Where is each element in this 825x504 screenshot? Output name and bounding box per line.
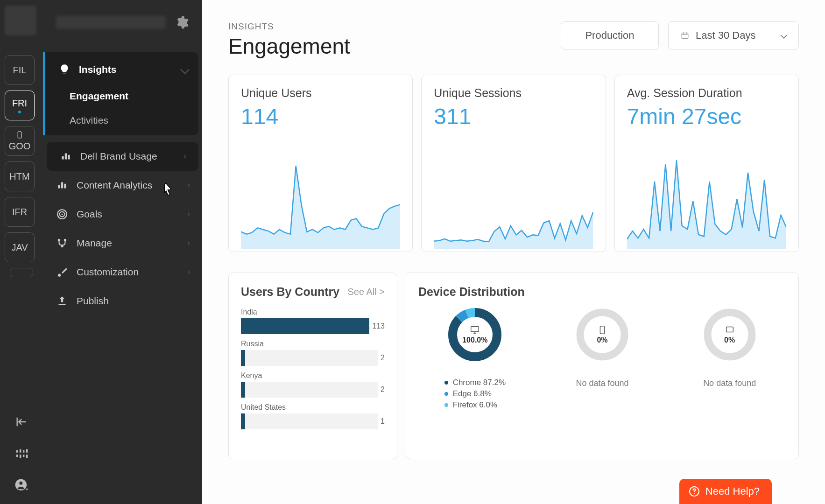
country-row: Russia 2 <box>241 340 385 366</box>
nav: Insights Engagement Activities Dell Bran… <box>43 45 202 320</box>
svg-rect-16 <box>600 326 604 334</box>
rail-tab-goo[interactable]: GOO <box>5 126 35 156</box>
donut-mobile: 0% No data found <box>546 308 659 412</box>
country-name: Kenya <box>241 371 385 380</box>
legend-item: Chrome 87.2% <box>444 378 506 387</box>
svg-point-2 <box>19 481 23 485</box>
nav-item-manage[interactable]: Manage <box>43 229 202 258</box>
metric-cards-row: Unique Users 114 Unique Sessions 311 Avg… <box>228 75 799 252</box>
legend-item: Edge 6.8% <box>444 389 506 399</box>
no-data-text: No data found <box>703 378 756 389</box>
country-row: Kenya 2 <box>241 371 385 398</box>
rail-extra-placeholder <box>10 268 33 277</box>
nav-item-dell-brand-usage[interactable]: Dell Brand Usage <box>47 142 198 171</box>
user-account-icon[interactable] <box>12 476 31 495</box>
svg-point-5 <box>61 213 63 215</box>
country-bar: 113 <box>241 318 385 334</box>
collapse-icon[interactable] <box>12 413 31 431</box>
bar-chart-icon <box>56 179 68 191</box>
panel-device-distribution: Device Distribution 100.0% Chrome 87.2%E… <box>406 273 799 459</box>
sidebar: Insights Engagement Activities Dell Bran… <box>43 0 202 504</box>
svg-rect-0 <box>18 132 21 138</box>
bulb-icon <box>58 63 71 76</box>
chevron-right-icon <box>185 211 192 217</box>
see-all-link[interactable]: See All > <box>347 287 385 297</box>
card-value: 7min 27sec <box>627 104 786 129</box>
card-title: Unique Users <box>241 86 400 100</box>
country-bar: 2 <box>241 382 385 398</box>
brush-icon <box>56 266 68 278</box>
country-value: 113 <box>372 322 385 330</box>
nav-item-content-analytics[interactable]: Content Analytics <box>43 171 202 200</box>
nav-label: Insights <box>79 64 117 75</box>
no-data-text: No data found <box>576 378 628 389</box>
question-circle-icon <box>689 486 700 497</box>
settings-gear-icon[interactable] <box>174 15 189 30</box>
rail-tab-jav[interactable]: JAV <box>5 232 35 262</box>
svg-rect-9 <box>682 33 688 39</box>
calendar-icon <box>681 31 689 40</box>
nav-label: Manage <box>77 238 112 249</box>
country-name: India <box>241 308 385 316</box>
environment-selector[interactable]: Production <box>561 21 659 49</box>
svg-rect-14 <box>471 327 479 332</box>
nav-label: Content Analytics <box>77 180 152 191</box>
sparkline-unique-users <box>241 144 400 252</box>
breadcrumb: INSIGHTS <box>228 21 350 32</box>
workspace-name-placeholder <box>56 16 166 29</box>
rail-tab-fri[interactable]: FRI <box>5 91 35 120</box>
nav-item-customization[interactable]: Customization <box>43 258 202 287</box>
chevron-right-icon <box>185 240 192 246</box>
country-name: United States <box>241 403 385 412</box>
country-row: United States 1 <box>241 403 385 429</box>
country-bar: 2 <box>241 350 385 366</box>
svg-point-7 <box>64 239 66 241</box>
country-value: 2 <box>381 385 385 394</box>
sparkline-unique-sessions <box>434 144 593 252</box>
card-value: 311 <box>434 104 593 129</box>
branch-icon <box>56 237 68 249</box>
page-title: Engagement <box>228 34 350 59</box>
chevron-right-icon <box>185 269 192 275</box>
nav-item-goals[interactable]: Goals <box>43 200 202 229</box>
need-help-button[interactable]: Need Help? <box>679 479 772 504</box>
rail-tab-fil[interactable]: FIL <box>5 55 35 85</box>
lower-panels-row: Users By Country See All > India 113Russ… <box>228 273 799 459</box>
bar-chart-icon <box>60 150 72 162</box>
sparkline-avg-duration <box>627 144 786 252</box>
upload-icon <box>56 295 68 307</box>
mini-rail: FIL FRI GOO HTM IFR JAV <box>0 0 43 504</box>
country-value: 1 <box>381 417 385 426</box>
rail-tab-htm[interactable]: HTM <box>5 161 35 191</box>
card-value: 114 <box>241 104 400 129</box>
panel-title: Users By Country <box>241 285 339 299</box>
chevron-right-icon <box>182 153 188 160</box>
nav-item-insights[interactable]: Insights <box>45 55 198 84</box>
target-icon <box>56 208 68 220</box>
browser-legend: Chrome 87.2%Edge 6.8%Firefox 6.0% <box>444 378 506 412</box>
nav-sub-engagement[interactable]: Engagement <box>45 84 198 108</box>
country-bars: India 113Russia 2Kenya 2United States 1 <box>241 308 385 429</box>
legend-item: Firefox 6.0% <box>444 400 506 410</box>
sidebar-header <box>43 0 202 45</box>
main-content: INSIGHTS Engagement Production Last 30 D… <box>202 0 825 504</box>
nav-group-insights: Insights Engagement Activities <box>43 52 198 135</box>
rail-tab-ifr[interactable]: IFR <box>5 197 35 227</box>
date-range-selector[interactable]: Last 30 Days <box>668 21 799 49</box>
nav-sub-activities[interactable]: Activities <box>45 108 198 133</box>
country-value: 2 <box>381 354 385 362</box>
card-title: Unique Sessions <box>434 86 593 100</box>
page-header: INSIGHTS Engagement Production Last 30 D… <box>228 21 799 59</box>
nav-label: Customization <box>77 266 139 278</box>
nav-item-publish[interactable]: Publish <box>43 287 202 315</box>
card-unique-users: Unique Users 114 <box>228 75 413 252</box>
chevron-down-icon <box>180 65 190 74</box>
tablet-icon <box>725 325 735 335</box>
panel-users-by-country: Users By Country See All > India 113Russ… <box>228 273 397 459</box>
country-row: India 113 <box>241 308 385 334</box>
country-bar: 1 <box>241 413 385 429</box>
donut-tablet: 0% No data found <box>673 308 786 412</box>
nav-label: Dell Brand Usage <box>80 151 157 162</box>
chevron-right-icon <box>185 182 192 189</box>
equalizer-icon[interactable] <box>12 444 31 463</box>
